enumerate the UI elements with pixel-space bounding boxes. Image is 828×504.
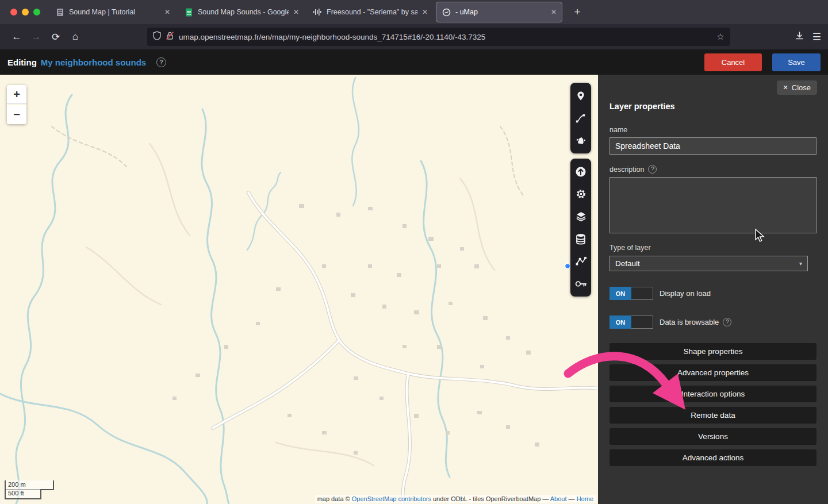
forward-button[interactable]: →: [26, 28, 46, 46]
remote-data-button[interactable]: Remote data: [610, 407, 816, 424]
tab-label: - uMap: [455, 8, 546, 16]
waveform-icon: [313, 7, 322, 17]
shape-properties-button[interactable]: Shape properties: [610, 343, 816, 360]
close-icon: ✕: [783, 84, 788, 91]
url-text[interactable]: umap.openstreetmap.fr/en/map/my-neighbor…: [179, 33, 712, 41]
draw-toolbar: [570, 83, 591, 153]
description-help-icon[interactable]: ?: [648, 165, 657, 174]
toggle-on-state: ON: [610, 287, 631, 300]
umap-logo-icon: [442, 7, 451, 17]
data-is-browsable-toggle[interactable]: ON: [610, 316, 653, 329]
toggle-track: [631, 287, 653, 300]
tab-label: Sound Map Sounds - Google Sh: [198, 8, 289, 16]
toggle-on-state: ON: [610, 316, 631, 329]
chevron-down-icon: ▾: [799, 260, 802, 267]
map-vertex-dot: [565, 264, 570, 269]
zoom-control: + −: [7, 85, 26, 124]
document-icon: [55, 7, 64, 17]
cancel-button[interactable]: Cancel: [704, 53, 762, 71]
interaction-options-button[interactable]: Interaction options: [610, 386, 816, 402]
close-window-button[interactable]: [10, 9, 17, 16]
description-label: description ?: [610, 165, 816, 174]
attribution-text: map data ©: [317, 495, 352, 502]
browser-window: Sound Map | Tutorial ✕ Sound Map Sounds …: [0, 0, 828, 504]
new-tab-button[interactable]: +: [569, 4, 585, 20]
browsable-help-icon[interactable]: ?: [723, 318, 731, 326]
tab-google-sheets[interactable]: Sound Map Sounds - Google Sh ✕: [179, 2, 304, 22]
browser-navbar: ← → ⟳ ⌂ umap.openstreetmap.fr/en/map/my-…: [0, 24, 828, 49]
home-button[interactable]: ⌂: [66, 28, 85, 46]
osm-contributors-link[interactable]: OpenStreetMap contributors: [352, 495, 431, 502]
minimize-window-button[interactable]: [22, 9, 29, 16]
display-on-load-toggle[interactable]: ON: [610, 287, 653, 300]
tab-close-icon[interactable]: ✕: [293, 8, 299, 16]
edit-path-icon[interactable]: [572, 251, 590, 272]
scale-imperial: 500 ft: [5, 489, 41, 499]
back-button[interactable]: ←: [7, 28, 26, 46]
zoom-out-button[interactable]: −: [7, 105, 26, 124]
panel-action-list: Shape properties Advanced properties Int…: [610, 343, 816, 466]
close-label: Close: [792, 83, 811, 92]
toggle-track: [631, 316, 653, 329]
type-of-layer-value: Default: [615, 259, 640, 268]
database-icon[interactable]: [572, 228, 590, 249]
bookmark-star-icon[interactable]: ☆: [716, 32, 724, 42]
data-is-browsable-row: ON Data is browsable ?: [610, 316, 816, 329]
save-button[interactable]: Save: [772, 53, 821, 71]
shield-icon[interactable]: [153, 31, 161, 43]
data-is-browsable-label: Data is browsable ?: [660, 318, 731, 326]
home-link[interactable]: Home: [577, 495, 593, 502]
tab-label: Freesound - "Seriema" by sarala: [327, 8, 417, 16]
tab-sound-map-tutorial[interactable]: Sound Map | Tutorial ✕: [50, 2, 175, 22]
reload-button[interactable]: ⟳: [46, 28, 66, 46]
insecure-lock-icon[interactable]: [166, 31, 174, 43]
menu-icon[interactable]: ☰: [812, 31, 821, 43]
layer-properties-panel: ✕ Close Layer properties name descriptio…: [598, 75, 828, 504]
tab-close-icon[interactable]: ✕: [422, 8, 428, 16]
panel-title: Layer properties: [610, 102, 816, 111]
maximize-window-button[interactable]: [33, 9, 40, 16]
import-upload-icon[interactable]: [572, 161, 590, 182]
map-actions-toolbar: [570, 159, 591, 297]
tab-close-icon[interactable]: ✕: [164, 8, 170, 16]
map-area[interactable]: + −: [0, 75, 598, 504]
display-on-load-label: Display on load: [660, 289, 711, 298]
settings-gear-icon[interactable]: [572, 183, 590, 205]
browser-tab-bar: Sound Map | Tutorial ✕ Sound Map Sounds …: [0, 0, 828, 24]
map-canvas: [0, 75, 598, 504]
map-scale: 200 m 500 ft: [5, 480, 54, 500]
draw-polygon-icon[interactable]: [572, 130, 590, 151]
attribution-text: —: [567, 495, 577, 502]
umap-edit-header: Editing My neighborhood sounds ? Cancel …: [0, 49, 828, 75]
draw-polyline-icon[interactable]: [572, 107, 590, 129]
advanced-actions-button[interactable]: Advanced actions: [610, 449, 816, 466]
data-is-browsable-label-text: Data is browsable: [660, 318, 719, 326]
editing-label: Editing: [7, 57, 37, 67]
draw-marker-icon[interactable]: [572, 85, 590, 106]
help-icon[interactable]: ?: [156, 57, 166, 67]
permissions-key-icon[interactable]: [572, 273, 590, 294]
layer-description-textarea[interactable]: [610, 177, 816, 233]
tab-close-icon[interactable]: ✕: [551, 8, 557, 16]
type-of-layer-label: Type of layer: [610, 244, 816, 252]
attribution-text: under ODbL - tiles OpenRiverboatMap —: [431, 495, 550, 502]
about-link[interactable]: About: [550, 495, 567, 502]
advanced-properties-button[interactable]: Advanced properties: [610, 364, 816, 381]
macos-window-controls: [0, 9, 48, 16]
display-on-load-row: ON Display on load: [610, 287, 816, 300]
tab-umap-active[interactable]: - uMap ✕: [436, 2, 562, 22]
google-sheets-icon: [184, 7, 193, 17]
description-label-text: description: [610, 166, 644, 174]
layer-name-input[interactable]: [610, 137, 816, 155]
type-of-layer-select[interactable]: Default ▾: [610, 256, 808, 271]
tab-label: Sound Map | Tutorial: [69, 8, 160, 16]
map-name-link[interactable]: My neighborhood sounds: [41, 57, 146, 67]
versions-button[interactable]: Versions: [610, 428, 816, 445]
url-bar[interactable]: umap.openstreetmap.fr/en/map/my-neighbor…: [147, 28, 730, 46]
close-panel-button[interactable]: ✕ Close: [777, 80, 817, 95]
tab-freesound[interactable]: Freesound - "Seriema" by sarala ✕: [308, 2, 433, 22]
downloads-icon[interactable]: [795, 31, 804, 43]
layers-icon[interactable]: [572, 206, 590, 227]
zoom-in-button[interactable]: +: [7, 85, 26, 104]
name-label: name: [610, 126, 816, 134]
